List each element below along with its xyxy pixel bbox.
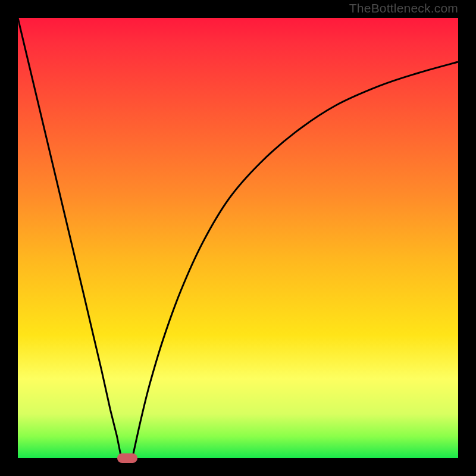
curve-svg xyxy=(18,18,458,458)
chart-frame: TheBottleneck.com xyxy=(0,0,476,476)
right-branch-line xyxy=(132,62,458,458)
left-branch-line xyxy=(18,18,121,458)
optimal-marker xyxy=(117,453,137,463)
watermark-text: TheBottleneck.com xyxy=(349,1,458,15)
plot-area xyxy=(18,18,458,458)
